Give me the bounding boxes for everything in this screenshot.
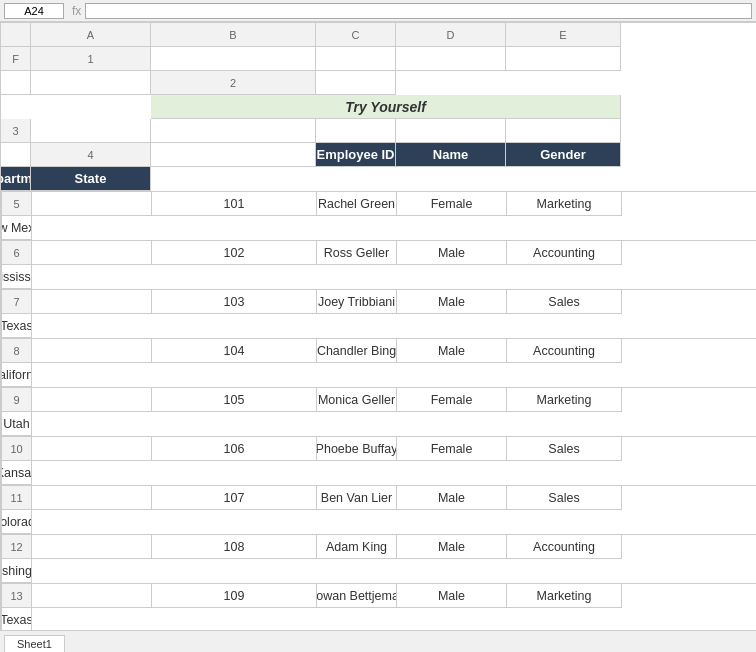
cell-a11[interactable] <box>32 486 152 510</box>
cell-gender-5[interactable]: Female <box>397 192 507 216</box>
cell-gender-10[interactable]: Female <box>397 437 507 461</box>
header-department: Department <box>1 167 31 191</box>
cell-f3[interactable] <box>1 143 31 167</box>
cell-dept-12[interactable]: Accounting <box>507 535 622 559</box>
cell-name-13[interactable]: Rowan Bettjeman <box>317 584 397 608</box>
cell-a3[interactable] <box>31 119 151 143</box>
row-header-8: 8 <box>2 339 32 363</box>
cell-id-10[interactable]: 106 <box>152 437 317 461</box>
cell-id-5[interactable]: 101 <box>152 192 317 216</box>
cell-dept-6[interactable]: Accounting <box>507 241 622 265</box>
cell-e1[interactable] <box>1 71 31 95</box>
spreadsheet-grid: A B C D E F 1 2 Try Yourself 3 <box>0 22 756 191</box>
cell-b3[interactable] <box>151 119 316 143</box>
header-gender: Gender <box>506 143 621 167</box>
cell-a6[interactable] <box>32 241 152 265</box>
cell-a10[interactable] <box>32 437 152 461</box>
cell-state-5[interactable]: New Mexico <box>2 216 32 240</box>
table-row: 12 108 Adam King Male Accounting Washing… <box>1 534 756 583</box>
cell-state-11[interactable]: Colorado <box>2 510 32 534</box>
cell-a1[interactable] <box>151 47 316 71</box>
cell-dept-11[interactable]: Sales <box>507 486 622 510</box>
cell-name-12[interactable]: Adam King <box>317 535 397 559</box>
cell-a4[interactable] <box>151 143 316 167</box>
cell-dept-13[interactable]: Marketing <box>507 584 622 608</box>
row-header-11: 11 <box>2 486 32 510</box>
col-header-c: C <box>316 23 396 47</box>
cell-dept-5[interactable]: Marketing <box>507 192 622 216</box>
cell-c3[interactable] <box>316 119 396 143</box>
cell-state-6[interactable]: Mississipi <box>2 265 32 289</box>
formula-bar[interactable] <box>85 3 752 19</box>
cell-name-6[interactable]: Ross Geller <box>317 241 397 265</box>
cell-b1[interactable] <box>316 47 396 71</box>
table-row: 13 109 Rowan Bettjeman Male Marketing Te… <box>1 583 756 630</box>
cell-id-11[interactable]: 107 <box>152 486 317 510</box>
cell-gender-6[interactable]: Male <box>397 241 507 265</box>
cell-a12[interactable] <box>32 535 152 559</box>
cell-state-10[interactable]: Kansas <box>2 461 32 485</box>
name-box[interactable] <box>4 3 64 19</box>
title-cell: Try Yourself <box>151 95 621 119</box>
cell-name-10[interactable]: Phoebe Buffay <box>317 437 397 461</box>
table-row: 9 105 Monica Geller Female Marketing Uta… <box>1 387 756 436</box>
cell-a2[interactable] <box>316 71 396 95</box>
header-employee-id: Employee ID <box>316 143 396 167</box>
row-header-2: 2 <box>151 71 316 95</box>
row-header-3: 3 <box>1 119 31 143</box>
table-row: 10 106 Phoebe Buffay Female Sales Kansas <box>1 436 756 485</box>
table-row: 5 101 Rachel Green Female Marketing New … <box>1 191 756 240</box>
cell-state-9[interactable]: Utah <box>2 412 32 436</box>
cell-dept-10[interactable]: Sales <box>507 437 622 461</box>
cell-a13[interactable] <box>32 584 152 608</box>
row-header-13: 13 <box>2 584 32 608</box>
row-header-6: 6 <box>2 241 32 265</box>
cell-c1[interactable] <box>396 47 506 71</box>
cell-dept-9[interactable]: Marketing <box>507 388 622 412</box>
cell-gender-9[interactable]: Female <box>397 388 507 412</box>
cell-gender-8[interactable]: Male <box>397 339 507 363</box>
cell-a8[interactable] <box>32 339 152 363</box>
cell-gender-13[interactable]: Male <box>397 584 507 608</box>
cell-id-7[interactable]: 103 <box>152 290 317 314</box>
col-header-f: F <box>1 47 31 71</box>
cell-name-9[interactable]: Monica Geller <box>317 388 397 412</box>
row-header-9: 9 <box>2 388 32 412</box>
cell-name-8[interactable]: Chandler Bing <box>317 339 397 363</box>
cell-dept-7[interactable]: Sales <box>507 290 622 314</box>
header-name: Name <box>396 143 506 167</box>
cell-state-8[interactable]: California <box>2 363 32 387</box>
cell-d3[interactable] <box>396 119 506 143</box>
cell-d1[interactable] <box>506 47 621 71</box>
grid-wrapper: A B C D E F 1 2 Try Yourself 3 <box>0 22 756 630</box>
cell-id-13[interactable]: 109 <box>152 584 317 608</box>
cell-f1[interactable] <box>31 71 151 95</box>
cell-name-11[interactable]: Ben Van Lier <box>317 486 397 510</box>
cell-e3[interactable] <box>506 119 621 143</box>
row-header-10: 10 <box>2 437 32 461</box>
cell-name-5[interactable]: Rachel Green <box>317 192 397 216</box>
cell-gender-12[interactable]: Male <box>397 535 507 559</box>
cell-gender-7[interactable]: Male <box>397 290 507 314</box>
cell-id-6[interactable]: 102 <box>152 241 317 265</box>
row-header-5: 5 <box>2 192 32 216</box>
table-row: 7 103 Joey Tribbiani Male Sales Texas <box>1 289 756 338</box>
cell-a5[interactable] <box>32 192 152 216</box>
cell-a7[interactable] <box>32 290 152 314</box>
cell-id-9[interactable]: 105 <box>152 388 317 412</box>
cell-gender-11[interactable]: Male <box>397 486 507 510</box>
table-row: 6 102 Ross Geller Male Accounting Missis… <box>1 240 756 289</box>
cell-id-8[interactable]: 104 <box>152 339 317 363</box>
cell-state-12[interactable]: Washington <box>2 559 32 583</box>
cell-id-12[interactable]: 108 <box>152 535 317 559</box>
tab-bar: Sheet1 <box>0 630 756 652</box>
cell-state-13[interactable]: Texas <box>2 608 32 630</box>
sheet-tab-1[interactable]: Sheet1 <box>4 635 65 652</box>
cell-dept-8[interactable]: Accounting <box>507 339 622 363</box>
cell-state-7[interactable]: Texas <box>2 314 32 338</box>
cell-a9[interactable] <box>32 388 152 412</box>
data-rows: 5 101 Rachel Green Female Marketing New … <box>0 191 756 630</box>
cell-name-7[interactable]: Joey Tribbiani <box>317 290 397 314</box>
row-header-7: 7 <box>2 290 32 314</box>
table-row: 11 107 Ben Van Lier Male Sales Colorado <box>1 485 756 534</box>
